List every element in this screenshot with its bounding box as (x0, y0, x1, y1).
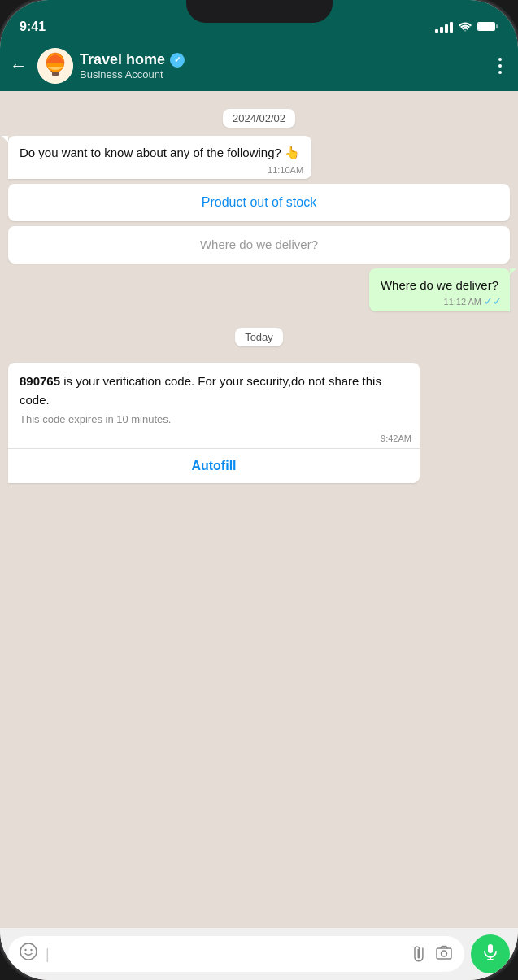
svg-point-11 (24, 949, 26, 951)
camera-button[interactable] (435, 943, 453, 965)
received-message-1: Do you want to know about any of the fol… (8, 136, 510, 179)
phone-screen: 9:41 (0, 0, 518, 980)
svg-point-14 (442, 951, 447, 956)
menu-dot-1 (498, 58, 502, 61)
message-time-1: 11:10AM (268, 165, 303, 175)
svg-rect-13 (437, 948, 451, 959)
input-field-container: | (8, 936, 464, 972)
emoji-button[interactable] (20, 943, 37, 965)
sent-message-text-1: Where do we deliver? (381, 277, 498, 294)
option-text-1: Product out of stock (202, 195, 316, 209)
date-separator-2: Today (8, 328, 510, 346)
verification-body: 890765 is your verification code. For yo… (8, 363, 420, 432)
verification-time: 9:42AM (8, 432, 420, 448)
verified-badge: ✓ (170, 53, 185, 68)
signal-icon (435, 22, 453, 33)
mic-button[interactable] (471, 934, 510, 973)
date-badge-1: 2024/02/02 (223, 109, 295, 128)
chat-header: ← (0, 41, 518, 91)
avatar (37, 48, 73, 84)
notch (186, 0, 333, 23)
read-receipt-icon: ✓✓ (484, 295, 502, 307)
menu-dot-3 (498, 71, 502, 74)
contact-name: Travel home ✓ (80, 51, 485, 68)
option-text-2: Where do we deliver? (200, 237, 318, 251)
bubble-received-1: Do you want to know about any of the fol… (8, 136, 311, 179)
autofill-label: Autofill (191, 459, 236, 473)
svg-point-12 (30, 949, 32, 951)
message-text-1: Do you want to know about any of the fol… (20, 144, 300, 161)
svg-rect-2 (478, 23, 494, 30)
date-separator-1: 2024/02/02 (8, 109, 510, 128)
input-bar: | (0, 928, 518, 980)
status-time: 9:41 (20, 20, 46, 36)
svg-rect-7 (52, 72, 59, 76)
contact-info: Travel home ✓ Business Account (80, 51, 485, 81)
menu-dot-2 (498, 64, 502, 68)
sent-message-1: Where do we deliver? 11:12 AM ✓✓ (8, 268, 510, 311)
verification-code: 890765 (20, 374, 60, 388)
verification-text: 890765 is your verification code. For yo… (20, 372, 408, 409)
wifi-icon (458, 20, 472, 34)
back-button[interactable]: ← (7, 52, 31, 80)
verification-main-text: is your verification code. For your secu… (20, 374, 381, 407)
cursor-indicator: | (46, 946, 50, 963)
autofill-button[interactable]: Autofill (8, 448, 420, 483)
battery-icon (477, 21, 498, 34)
attach-button[interactable] (406, 940, 434, 969)
option-button-1[interactable]: Product out of stock (8, 184, 510, 221)
contact-subtitle: Business Account (80, 68, 485, 81)
sent-message-time-1: 11:12 AM ✓✓ (444, 295, 502, 307)
message-input[interactable] (58, 947, 404, 961)
svg-rect-3 (496, 24, 498, 28)
svg-rect-15 (488, 944, 493, 953)
phone-frame: 9:41 (0, 0, 518, 980)
date-badge-2: Today (235, 328, 283, 346)
verification-sub: This code expires in 10 minutes. (20, 412, 408, 427)
bubble-verification: 890765 is your verification code. For yo… (8, 363, 420, 483)
status-icons (435, 20, 498, 36)
bubble-sent-1: Where do we deliver? 11:12 AM ✓✓ (369, 268, 510, 311)
verification-message: 890765 is your verification code. For yo… (8, 363, 510, 483)
chat-scroll-area[interactable]: 2024/02/02 Do you want to know about any… (0, 91, 518, 928)
mic-icon (481, 943, 499, 965)
svg-point-10 (20, 943, 37, 960)
option-button-2[interactable]: Where do we deliver? (8, 226, 510, 264)
menu-button[interactable] (492, 54, 508, 77)
